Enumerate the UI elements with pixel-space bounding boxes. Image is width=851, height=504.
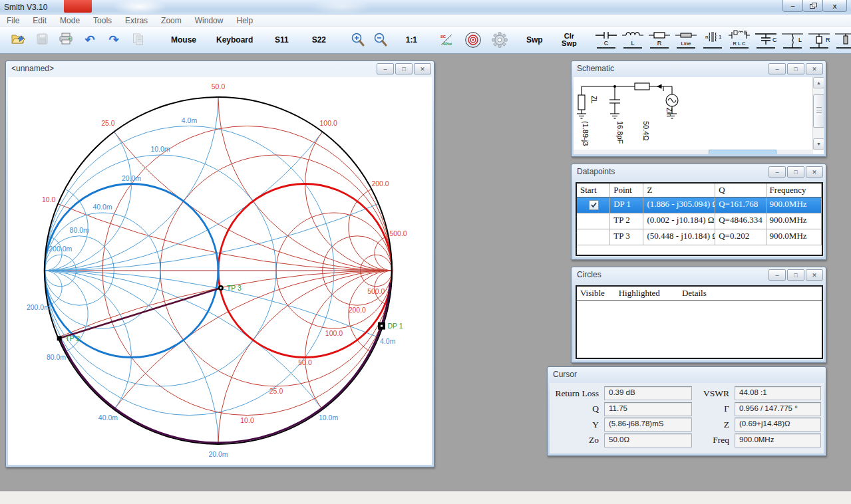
close-button[interactable]: ✕ [806, 166, 823, 178]
cursor-field-right-3: Freq900.0MHz [684, 434, 821, 447]
shunt-inductor-icon: L [780, 30, 804, 50]
transformer-button[interactable]: n1 [699, 29, 726, 51]
schematic-horizontal-scrollbar[interactable] [574, 150, 813, 154]
mode-button-mouse[interactable]: Mouse [166, 29, 202, 51]
column-header-q[interactable]: Q [715, 184, 766, 197]
column-header-point[interactable]: Point [610, 184, 643, 197]
redo-button[interactable]: ↷ [102, 29, 125, 51]
scrollbar-thumb[interactable] [813, 94, 824, 128]
clear-sweep-button[interactable]: ClrSwp [555, 29, 583, 51]
field-value[interactable]: (5.86-j68.78)mS [604, 418, 692, 432]
minimize-button[interactable]: – [768, 269, 786, 281]
capacitor-value-label: 16.8pF [616, 121, 624, 144]
restore-button[interactable] [802, 0, 823, 12]
smith-chart-canvas[interactable]: 10.010.04.0m4.0m25.025.010.0m10.0m50.050… [8, 77, 432, 465]
scroll-down-arrow-icon[interactable]: ▼ [813, 138, 824, 150]
zoom-reset-button[interactable]: 1:1 [397, 29, 425, 51]
sc-splot-toggle-button[interactable]: SC SPlot [435, 29, 458, 51]
minimize-button[interactable]: – [768, 166, 786, 178]
minimize-button[interactable]: – [377, 63, 394, 74]
series-capacitor-button[interactable]: C [593, 29, 619, 51]
field-value[interactable]: 900.0MHz [735, 434, 821, 447]
shunt-resistor-button[interactable]: R [806, 29, 832, 51]
column-header-start[interactable]: Start [577, 184, 610, 197]
menu-file[interactable]: File [0, 15, 26, 26]
start-checkbox[interactable] [589, 200, 599, 210]
shunt-capacitor-button[interactable]: C [753, 29, 779, 51]
field-value[interactable]: 50.0Ω [604, 434, 692, 447]
smith-application: { "window": { "title": "Smith V3.10", "c… [0, 0, 851, 504]
circles-tool-button[interactable] [462, 29, 484, 51]
maximize-button[interactable]: □ [787, 166, 804, 178]
scroll-up-arrow-icon[interactable]: ▲ [813, 77, 824, 88]
zoom-reset-label: 1:1 [406, 35, 417, 45]
maximize-button[interactable]: □ [787, 63, 804, 74]
minimize-button[interactable]: – [782, 0, 803, 12]
close-button[interactable]: ✕ [414, 63, 431, 74]
print-button[interactable] [55, 29, 77, 51]
schematic-vertical-scrollbar[interactable]: ▲ ▼ [812, 77, 824, 150]
close-button[interactable]: ✕ [806, 63, 823, 74]
admittance-grid-label: 200.0m [27, 303, 50, 311]
maximize-button[interactable]: □ [787, 269, 804, 281]
file-button-group: ↶↷ [7, 29, 149, 51]
marker-tp2[interactable] [57, 336, 62, 340]
schematic-panel: Schematic – □ ✕ ZL(1.89-j316.8pF50.4ΩZin… [571, 61, 826, 157]
circles-panel-controls: – □ ✕ [768, 269, 823, 281]
open-stub-button[interactable]: Os [832, 29, 851, 51]
column-header-z[interactable]: Z [643, 184, 715, 197]
menu-tools[interactable]: Tools [86, 15, 118, 26]
mode-button-s11[interactable]: S11 [267, 29, 295, 51]
scrollbar-thumb[interactable] [709, 150, 776, 154]
chart-window-controls: – □ ✕ [377, 63, 431, 74]
field-value[interactable]: 11.75 [604, 402, 692, 416]
menu-mode[interactable]: Mode [53, 15, 86, 26]
shunt-inductor-button[interactable]: L [779, 29, 806, 51]
sweep-button[interactable]: Swp [520, 29, 548, 51]
mode-button-s22[interactable]: S22 [305, 29, 333, 51]
undo-button[interactable]: ↶ [79, 29, 101, 51]
schematic-view[interactable]: ZL(1.89-j316.8pF50.4ΩZin ▲ ▼ [574, 77, 824, 154]
transmission-line-button[interactable]: Line [673, 29, 699, 51]
field-value[interactable]: 44.08 :1 [735, 386, 821, 400]
maximize-button[interactable]: □ [395, 63, 413, 74]
titlebar-glare [113, 0, 166, 15]
menu-zoom[interactable]: Zoom [154, 15, 188, 26]
zoom-in-button[interactable] [347, 29, 369, 51]
menu-edit[interactable]: Edit [26, 15, 53, 26]
series-rlc-button[interactable]: R L C [726, 29, 753, 51]
datapoint-row-dp1[interactable]: DP 1(1.886 - j305.094) ΩQ=161.768900.0MH… [577, 197, 822, 213]
field-label: Zo [551, 435, 604, 445]
close-icon: x [832, 2, 836, 10]
cell-frequency: 900.0MHz [766, 213, 822, 229]
series-resistor-button[interactable]: R [646, 29, 673, 51]
column-header-highlighted[interactable]: Highlighted [615, 287, 679, 300]
mode-button-keyboard[interactable]: Keyboard [211, 29, 258, 51]
column-header-details[interactable]: Details [679, 287, 822, 300]
zoom-out-button[interactable] [369, 29, 392, 51]
svg-text:L: L [631, 40, 635, 47]
menu-window[interactable]: Window [188, 15, 230, 26]
field-value[interactable]: 0.39 dB [604, 386, 692, 400]
column-header-frequency[interactable]: Frequency [766, 184, 822, 197]
copy-button[interactable] [126, 29, 149, 51]
cursor-field-left-1: Q11.75 [551, 403, 692, 416]
svg-text:R: R [826, 37, 830, 43]
save-button[interactable] [31, 29, 53, 51]
admittance-grid-label: 200.0m [49, 245, 72, 253]
smith-chart[interactable]: 10.010.04.0m4.0m25.025.010.0m10.0m50.050… [8, 77, 432, 465]
close-button[interactable]: x [822, 0, 847, 12]
series-capacitor-icon: C [594, 30, 618, 50]
minimize-button[interactable]: – [768, 63, 786, 74]
datapoint-row-tp3[interactable]: TP 3(50.448 - j10.184) ΩQ=0.202900.0MHz [577, 229, 822, 245]
field-value[interactable]: 0.956 / 147.775 ° [735, 402, 821, 416]
close-button[interactable]: ✕ [806, 269, 823, 281]
menu-extras[interactable]: Extras [118, 15, 154, 26]
series-inductor-button[interactable]: L [619, 29, 646, 51]
datapoint-row-tp2[interactable]: TP 2(0.002 - j10.184) ΩQ=4846.334900.0MH… [577, 213, 822, 229]
field-value[interactable]: (0.69+j14.48)Ω [735, 418, 821, 432]
open-file-button[interactable] [7, 29, 29, 51]
column-header-visible[interactable]: Visible [577, 287, 615, 300]
settings-button[interactable] [488, 29, 511, 51]
menu-help[interactable]: Help [230, 15, 259, 26]
